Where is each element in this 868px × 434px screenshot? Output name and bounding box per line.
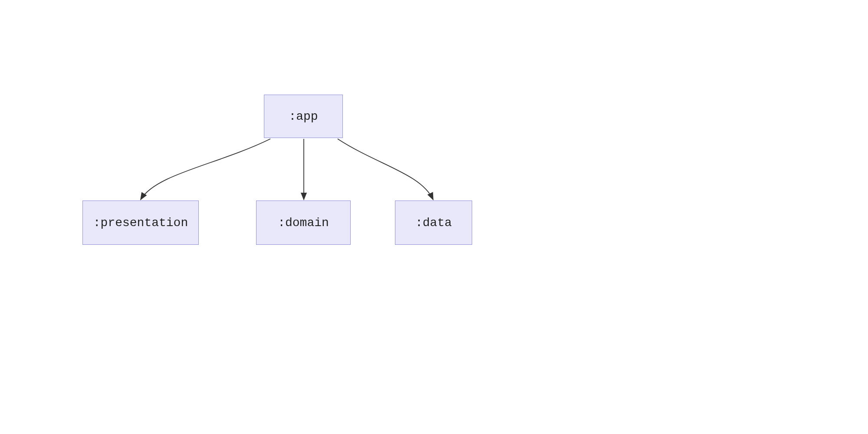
node-app: :app	[264, 95, 343, 138]
node-presentation-label: :presentation	[93, 216, 188, 230]
node-presentation: :presentation	[82, 201, 199, 245]
node-data: :data	[395, 201, 472, 245]
edge-app-data	[338, 139, 433, 200]
node-domain: :domain	[256, 201, 351, 245]
edge-app-presentation	[141, 139, 270, 200]
node-domain-label: :domain	[278, 216, 329, 230]
node-app-label: :app	[289, 110, 318, 123]
node-data-label: :data	[415, 216, 452, 230]
